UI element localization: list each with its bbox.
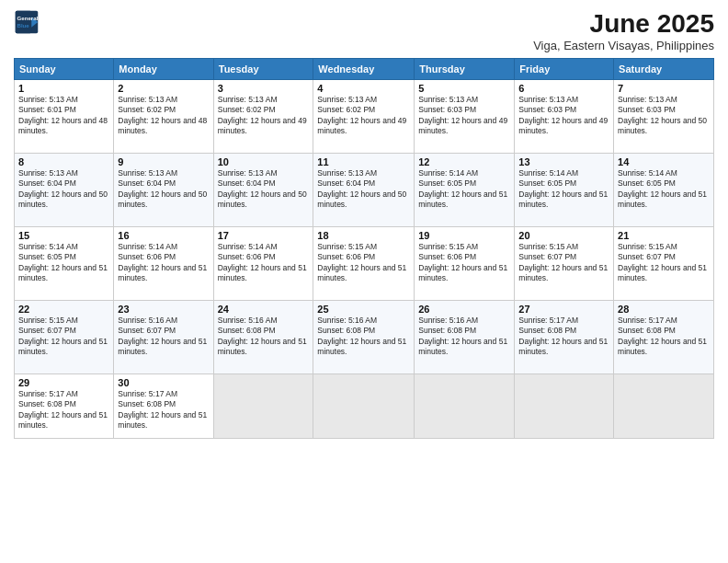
day-number: 15 [18, 230, 109, 241]
day-number: 2 [118, 83, 209, 94]
table-row: 25 Sunrise: 5:16 AM Sunset: 6:08 PM Dayl… [313, 301, 415, 374]
day-number: 21 [618, 230, 710, 241]
col-thursday: Thursday [415, 59, 515, 80]
day-info: Sunrise: 5:13 AM Sunset: 6:02 PM Dayligh… [317, 95, 410, 137]
day-number: 5 [418, 83, 510, 94]
table-row: 23 Sunrise: 5:16 AM Sunset: 6:07 PM Dayl… [114, 301, 213, 374]
day-info: Sunrise: 5:15 AM Sunset: 6:06 PM Dayligh… [418, 242, 510, 284]
table-row: 24 Sunrise: 5:16 AM Sunset: 6:08 PM Dayl… [213, 301, 313, 374]
day-number: 3 [218, 83, 310, 94]
col-monday: Monday [114, 59, 213, 80]
day-info: Sunrise: 5:13 AM Sunset: 6:04 PM Dayligh… [18, 168, 109, 211]
day-number: 1 [18, 83, 109, 94]
day-info: Sunrise: 5:13 AM Sunset: 6:03 PM Dayligh… [518, 95, 609, 137]
svg-text:General: General [17, 15, 39, 21]
day-number: 25 [317, 304, 410, 315]
day-info: Sunrise: 5:13 AM Sunset: 6:02 PM Dayligh… [218, 95, 310, 137]
day-number: 13 [518, 156, 609, 167]
day-number: 24 [218, 304, 310, 315]
table-row: 27 Sunrise: 5:17 AM Sunset: 6:08 PM Dayl… [515, 301, 614, 374]
location: Viga, Eastern Visayas, Philippines [533, 39, 714, 52]
day-info: Sunrise: 5:16 AM Sunset: 6:08 PM Dayligh… [317, 316, 410, 358]
day-number: 29 [18, 377, 109, 388]
day-number: 12 [418, 156, 510, 167]
table-row: 19 Sunrise: 5:15 AM Sunset: 6:06 PM Dayl… [415, 227, 515, 301]
day-number: 7 [618, 83, 710, 94]
day-info: Sunrise: 5:13 AM Sunset: 6:04 PM Dayligh… [118, 168, 209, 211]
day-number: 28 [618, 304, 710, 315]
table-row [515, 374, 614, 439]
table-row [313, 374, 415, 439]
day-number: 30 [118, 377, 209, 388]
table-row: 6 Sunrise: 5:13 AM Sunset: 6:03 PM Dayli… [515, 80, 614, 154]
day-info: Sunrise: 5:15 AM Sunset: 6:06 PM Dayligh… [317, 242, 410, 284]
table-row: 30 Sunrise: 5:17 AM Sunset: 6:08 PM Dayl… [114, 374, 213, 439]
header: General Blue June 2025 Viga, Eastern Vis… [14, 9, 714, 52]
col-sunday: Sunday [15, 59, 114, 80]
day-number: 27 [518, 304, 609, 315]
day-info: Sunrise: 5:13 AM Sunset: 6:04 PM Dayligh… [218, 168, 310, 211]
calendar-table: Sunday Monday Tuesday Wednesday Thursday… [14, 58, 714, 439]
day-info: Sunrise: 5:13 AM Sunset: 6:04 PM Dayligh… [317, 168, 410, 211]
day-number: 17 [218, 230, 310, 241]
table-row: 12 Sunrise: 5:14 AM Sunset: 6:05 PM Dayl… [415, 154, 515, 227]
page: General Blue June 2025 Viga, Eastern Vis… [0, 0, 728, 563]
day-info: Sunrise: 5:17 AM Sunset: 6:08 PM Dayligh… [518, 316, 609, 358]
day-number: 22 [18, 304, 109, 315]
day-number: 18 [317, 230, 410, 241]
table-row: 13 Sunrise: 5:14 AM Sunset: 6:05 PM Dayl… [515, 154, 614, 227]
col-tuesday: Tuesday [213, 59, 313, 80]
col-wednesday: Wednesday [313, 59, 415, 80]
month-title: June 2025 [533, 9, 714, 39]
table-row: 5 Sunrise: 5:13 AM Sunset: 6:03 PM Dayli… [415, 80, 515, 154]
table-row: 21 Sunrise: 5:15 AM Sunset: 6:07 PM Dayl… [614, 227, 714, 301]
day-number: 16 [118, 230, 209, 241]
day-info: Sunrise: 5:17 AM Sunset: 6:08 PM Dayligh… [18, 389, 109, 431]
day-number: 10 [218, 156, 310, 167]
logo: General Blue [14, 9, 40, 35]
day-info: Sunrise: 5:17 AM Sunset: 6:08 PM Dayligh… [118, 389, 209, 431]
table-row: 18 Sunrise: 5:15 AM Sunset: 6:06 PM Dayl… [313, 227, 415, 301]
day-info: Sunrise: 5:14 AM Sunset: 6:06 PM Dayligh… [218, 242, 310, 284]
title-block: June 2025 Viga, Eastern Visayas, Philipp… [533, 9, 714, 52]
day-info: Sunrise: 5:16 AM Sunset: 6:08 PM Dayligh… [418, 316, 510, 358]
day-info: Sunrise: 5:15 AM Sunset: 6:07 PM Dayligh… [618, 242, 710, 284]
day-info: Sunrise: 5:15 AM Sunset: 6:07 PM Dayligh… [518, 242, 609, 284]
col-friday: Friday [515, 59, 614, 80]
table-row: 26 Sunrise: 5:16 AM Sunset: 6:08 PM Dayl… [415, 301, 515, 374]
day-number: 19 [418, 230, 510, 241]
day-number: 6 [518, 83, 609, 94]
day-info: Sunrise: 5:14 AM Sunset: 6:06 PM Dayligh… [118, 242, 209, 284]
day-number: 9 [118, 156, 209, 167]
table-row: 20 Sunrise: 5:15 AM Sunset: 6:07 PM Dayl… [515, 227, 614, 301]
table-row [614, 374, 714, 439]
svg-text:Blue: Blue [17, 22, 30, 29]
day-number: 20 [518, 230, 609, 241]
table-row: 9 Sunrise: 5:13 AM Sunset: 6:04 PM Dayli… [114, 154, 213, 227]
table-row: 15 Sunrise: 5:14 AM Sunset: 6:05 PM Dayl… [15, 227, 114, 301]
day-number: 11 [317, 156, 410, 167]
table-row: 16 Sunrise: 5:14 AM Sunset: 6:06 PM Dayl… [114, 227, 213, 301]
table-row: 28 Sunrise: 5:17 AM Sunset: 6:08 PM Dayl… [614, 301, 714, 374]
table-row: 3 Sunrise: 5:13 AM Sunset: 6:02 PM Dayli… [213, 80, 313, 154]
day-info: Sunrise: 5:13 AM Sunset: 6:02 PM Dayligh… [118, 95, 209, 137]
day-info: Sunrise: 5:14 AM Sunset: 6:05 PM Dayligh… [18, 242, 109, 284]
logo-icon: General Blue [14, 9, 40, 35]
day-number: 4 [317, 83, 410, 94]
day-info: Sunrise: 5:15 AM Sunset: 6:07 PM Dayligh… [18, 316, 109, 358]
day-info: Sunrise: 5:14 AM Sunset: 6:05 PM Dayligh… [618, 168, 710, 211]
table-row: 7 Sunrise: 5:13 AM Sunset: 6:03 PM Dayli… [614, 80, 714, 154]
table-row: 11 Sunrise: 5:13 AM Sunset: 6:04 PM Dayl… [313, 154, 415, 227]
day-number: 8 [18, 156, 109, 167]
table-row: 8 Sunrise: 5:13 AM Sunset: 6:04 PM Dayli… [15, 154, 114, 227]
table-row: 22 Sunrise: 5:15 AM Sunset: 6:07 PM Dayl… [15, 301, 114, 374]
day-info: Sunrise: 5:13 AM Sunset: 6:03 PM Dayligh… [618, 95, 710, 137]
day-number: 14 [618, 156, 710, 167]
day-info: Sunrise: 5:16 AM Sunset: 6:08 PM Dayligh… [218, 316, 310, 358]
table-row: 29 Sunrise: 5:17 AM Sunset: 6:08 PM Dayl… [15, 374, 114, 439]
calendar-header-row: Sunday Monday Tuesday Wednesday Thursday… [15, 59, 714, 80]
table-row [213, 374, 313, 439]
day-info: Sunrise: 5:14 AM Sunset: 6:05 PM Dayligh… [518, 168, 609, 211]
day-info: Sunrise: 5:16 AM Sunset: 6:07 PM Dayligh… [118, 316, 209, 358]
table-row: 17 Sunrise: 5:14 AM Sunset: 6:06 PM Dayl… [213, 227, 313, 301]
